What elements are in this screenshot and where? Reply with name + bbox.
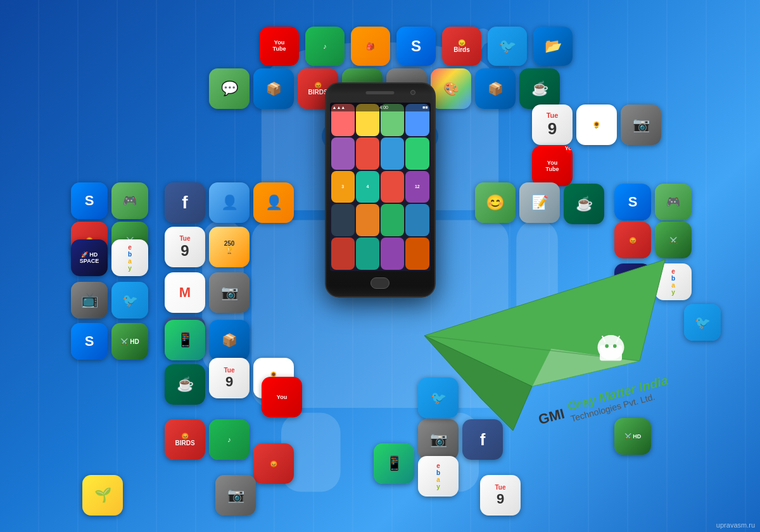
phone-home-button[interactable]	[370, 277, 390, 289]
svg-rect-16	[600, 345, 622, 361]
shazam-icon-left-lower[interactable]: S	[71, 323, 108, 360]
calendar-bottom-1[interactable]: Tue9	[209, 358, 250, 398]
camera-icon-right-1[interactable]: 📷	[621, 104, 661, 145]
status-bar: ▲▲▲ 4:00 ■■	[330, 103, 431, 111]
phone-app-9[interactable]: 3	[331, 171, 355, 203]
phone-camera	[410, 90, 415, 95]
sunflower-icon-right-1[interactable]: 🌻	[576, 104, 617, 145]
phone-app-18[interactable]	[356, 238, 379, 270]
phone-app-7[interactable]	[381, 137, 404, 170]
signal-indicator: ▲▲▲	[332, 105, 346, 110]
space-icon-left[interactable]: 🚀 HDSPACE	[71, 239, 108, 276]
shazam-icon-right[interactable]: S	[614, 184, 651, 220]
battery-indicator: ■■	[422, 105, 428, 110]
dropbox-icon-2[interactable]: 📦	[475, 68, 516, 109]
gmi-abbrev: GMI	[536, 405, 566, 428]
folder-icon-top-right[interactable]: 📂	[533, 27, 573, 66]
whatsapp-bottom-right[interactable]: 📱	[374, 443, 414, 484]
cut-rope-icon[interactable]: 🎮	[111, 182, 148, 219]
phone-app-10[interactable]: 4	[356, 171, 379, 203]
phone-app-5[interactable]	[331, 137, 355, 170]
shazam-icon-top[interactable]: S	[396, 27, 436, 66]
phone-app-11[interactable]	[381, 171, 404, 203]
notes-bottom[interactable]: 🌱	[82, 475, 123, 516]
twitter-icon-top-1[interactable]: 🐦	[488, 27, 527, 66]
whatsapp-icon-1[interactable]: 📱	[165, 320, 205, 360]
shazam-icon-left-1[interactable]: S	[71, 182, 108, 219]
starbucks-icon-right[interactable]: ☕	[564, 184, 604, 224]
dropbox-icon-bottom[interactable]: 📦	[209, 320, 250, 360]
svg-point-17	[605, 345, 609, 348]
shopping-icon-top[interactable]: 🎒	[351, 27, 390, 66]
svg-point-18	[613, 345, 617, 348]
phone-app-14[interactable]	[356, 204, 379, 236]
spotify-bottom[interactable]: ♪	[209, 419, 250, 460]
camera-bottom-2[interactable]: 📷	[215, 475, 256, 516]
phone-apps-grid: 3 4 12	[330, 103, 431, 271]
starbucks-icon-1[interactable]: ☕	[519, 68, 560, 109]
angrybirds-icon-top-1[interactable]: 😠Birds	[442, 27, 481, 66]
angrybirds-bottom-center[interactable]: 😡	[253, 443, 294, 484]
contacts-icon-1[interactable]: 👤	[209, 182, 250, 223]
phone-app-6[interactable]	[356, 137, 379, 170]
starbucks-bottom-1[interactable]: ☕	[165, 364, 205, 405]
youtube-icon-right[interactable]: YouTube You	[532, 146, 573, 186]
youtube-icon-top[interactable]: YouTube	[260, 27, 299, 66]
badge250-icon[interactable]: 250🏆	[209, 227, 250, 267]
spotify-icon-top[interactable]: ♪	[305, 27, 345, 66]
notes-icon-right[interactable]: 📝	[519, 182, 560, 223]
smiley-icon[interactable]: 😊	[475, 182, 516, 223]
phone-app-13[interactable]	[331, 204, 355, 236]
cutrope-icon-right[interactable]: 🎮	[655, 184, 692, 220]
camera-icon-2[interactable]: 📷	[209, 272, 250, 313]
calendar-icon-right-1[interactable]: Tue9	[532, 104, 573, 145]
status-time: 4:00	[379, 105, 388, 110]
phone-app-15[interactable]	[381, 204, 404, 236]
gmail-icon[interactable]: M	[165, 272, 205, 313]
clashclans-icon-lower-left[interactable]: ⚔️ HD	[111, 323, 148, 360]
phone-screen: ▲▲▲ 4:00 ■■ 3 4	[330, 103, 431, 271]
facebook-icon-left-1[interactable]: f	[165, 182, 205, 223]
messages-icon[interactable]: 💬	[209, 68, 250, 109]
phone-app-17[interactable]	[331, 238, 355, 270]
calendar-bottom-right[interactable]: Tue9	[480, 475, 521, 516]
phone-app-8[interactable]	[405, 137, 429, 170]
phone-app-16[interactable]	[405, 204, 429, 236]
phone-app-19[interactable]	[381, 238, 404, 270]
ebay-bottom-center[interactable]: ebay	[418, 456, 459, 497]
calendar-left-2[interactable]: Tue9	[165, 227, 205, 267]
tv-icon-left[interactable]: 📺	[71, 282, 108, 319]
twitter-icon-left[interactable]: 🐦	[111, 282, 148, 319]
watermark: upravasm.ru	[716, 521, 755, 529]
twitter-right-2[interactable]: 🐦	[684, 304, 721, 341]
phone-app-12[interactable]: 12	[405, 171, 429, 203]
phone-speaker	[366, 91, 395, 94]
youtube-icon-bottom-left[interactable]: You	[262, 377, 302, 417]
contacts-icon-2[interactable]: 👤	[253, 182, 294, 223]
angrybirds-bottom-1[interactable]: 😡BIRDS	[165, 419, 205, 460]
dropbox-icon-1[interactable]: 📦	[253, 68, 294, 109]
ebay-icon-left[interactable]: ebay	[111, 239, 148, 276]
